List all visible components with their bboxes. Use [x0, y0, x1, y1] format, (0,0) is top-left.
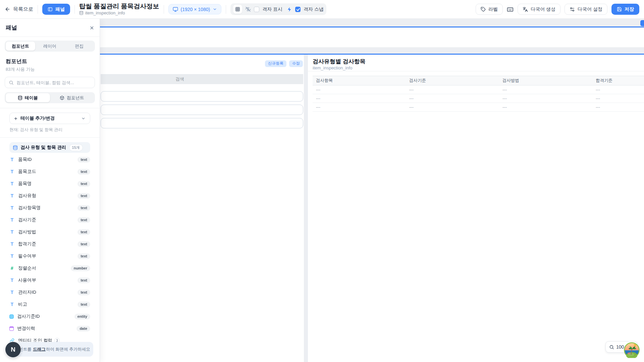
selection-handle[interactable]: [640, 20, 644, 26]
form-action-badges: 신규등록 수정: [265, 60, 303, 67]
island-sticker: [624, 342, 640, 358]
form-input-2[interactable]: [101, 105, 303, 115]
table-group-name: 검사 유형 및 항목 관리: [20, 144, 66, 150]
field-label: 검사방법: [18, 229, 36, 235]
page-subtitle: item_inspection_info: [79, 10, 159, 15]
panel-toggle-button[interactable]: 패널: [42, 4, 70, 15]
field-row[interactable]: 합격기준 text: [9, 238, 90, 250]
field-type-icon: [9, 229, 15, 235]
canvas-panels-row: 신규등록 수정 검색 검사유형별 검사항목 item_inspection_in…: [100, 54, 644, 362]
field-row[interactable]: 정렬순서 number: [9, 262, 90, 274]
table-column-header: 검사방법: [499, 76, 592, 85]
table-cell: ---: [499, 103, 592, 111]
component-search-input[interactable]: [16, 80, 91, 85]
inspection-panel-title: 검사유형별 검사항목: [313, 58, 366, 65]
table-cell: ---: [313, 94, 406, 103]
field-row[interactable]: 필수여부 text: [9, 250, 90, 262]
field-type-badge: text: [77, 290, 90, 295]
keyboard-shortcuts-button[interactable]: [507, 6, 514, 13]
field-label: 검사기준ID: [17, 313, 40, 319]
field-type-icon: [9, 193, 15, 198]
keyboard-icon: [507, 6, 514, 13]
lightning-icon: [287, 7, 292, 12]
save-button[interactable]: 저장: [611, 4, 639, 15]
field-label: 품목명: [18, 181, 32, 187]
components-section-title: 컴포넌트: [6, 58, 94, 65]
eye-off-icon: [245, 6, 251, 12]
add-change-table-button[interactable]: + 테이블 추가/변경: [9, 113, 90, 124]
panel-tab[interactable]: 레이어: [35, 42, 65, 51]
design-canvas: 신규등록 수정 검색 검사유형별 검사항목 item_inspection_in…: [100, 19, 644, 362]
form-search-bar[interactable]: 검색: [101, 74, 303, 84]
field-row[interactable]: 검사유형 text: [9, 190, 90, 202]
grid-snap-checkbox[interactable]: [295, 7, 301, 12]
mode-table-button[interactable]: 테이블: [6, 93, 50, 102]
table-group-header[interactable]: 검사 유형 및 항목 관리 15개: [9, 142, 90, 153]
toolbar-divider: [38, 5, 38, 14]
field-type-badge: number: [71, 265, 90, 271]
label-button[interactable]: 라벨: [476, 4, 503, 15]
i18n-generate-button[interactable]: 다국어 생성: [518, 4, 560, 15]
database-icon: [13, 145, 18, 150]
form-input-1[interactable]: [101, 91, 303, 102]
n-logo-badge[interactable]: N: [5, 342, 21, 357]
grid-icon[interactable]: [233, 5, 242, 14]
field-row[interactable]: 품목코드 text: [9, 166, 90, 178]
field-type-badge: text: [77, 181, 90, 187]
field-type-badge: text: [77, 229, 90, 235]
field-label: 품목ID: [18, 157, 32, 163]
field-label: 검사유형: [18, 193, 36, 199]
field-row[interactable]: 사용여부 text: [9, 274, 90, 286]
magnifier-icon: [609, 345, 614, 350]
arrow-left-icon: [5, 6, 10, 12]
field-row[interactable]: 검사방법 text: [9, 226, 90, 238]
panel-title: 패널: [6, 24, 17, 32]
table-cell: ---: [592, 94, 644, 103]
close-icon[interactable]: ×: [90, 24, 94, 31]
field-row[interactable]: 비고 text: [9, 298, 90, 310]
tag-icon: [481, 7, 486, 12]
field-row[interactable]: 품목명 text: [9, 178, 90, 190]
plus-icon: +: [14, 116, 17, 121]
form-input-3[interactable]: [101, 118, 303, 128]
screen-size-dropdown[interactable]: (644 × 362): [168, 4, 222, 14]
table-cell: ---: [406, 94, 499, 103]
field-type-icon: [9, 217, 15, 223]
canvas-top-section[interactable]: [100, 26, 644, 47]
field-row[interactable]: 검사기준ID entity: [9, 310, 90, 322]
field-row[interactable]: 품목ID text: [9, 154, 90, 166]
table-body: ------------------------------------: [313, 85, 644, 112]
component-search-box: [5, 77, 95, 88]
toolbar-divider: [226, 5, 226, 14]
field-type-badge: text: [77, 157, 90, 163]
mode-component-button[interactable]: 컴포넌트: [50, 93, 94, 102]
field-list: 품목ID text 품목코드 text 품목명 text 검사유: [0, 154, 100, 362]
divider: [0, 108, 100, 108]
table-cell: ---: [313, 85, 406, 94]
panel-tab[interactable]: 편집: [64, 42, 94, 51]
inspection-items-table[interactable]: 검사항목검사기준검사방법합격기준 -----------------------…: [313, 76, 644, 112]
toolbar-divider: [74, 5, 75, 14]
translate-icon: [523, 7, 528, 12]
field-row[interactable]: 변경이력 date: [9, 322, 90, 335]
back-to-list-button[interactable]: 목록으로: [5, 6, 33, 12]
field-type-icon: [9, 302, 15, 307]
field-row[interactable]: 검사기준 text: [9, 214, 90, 226]
table-cell: ---: [499, 94, 592, 103]
panel-header: 패널 ×: [0, 19, 100, 37]
component-panel: 패널 × 컴포넌트레이어편집 컴포넌트 83개 사용 가능 테이블 컴포넌트 +…: [0, 19, 100, 362]
field-type-icon: [9, 241, 15, 247]
grid-show-checkbox[interactable]: [254, 7, 259, 12]
field-row[interactable]: 관리자ID text: [9, 286, 90, 298]
field-row[interactable]: 검사항목명 text: [9, 202, 90, 214]
search-icon: [9, 80, 14, 85]
edit-badge[interactable]: 수정: [289, 60, 303, 67]
field-type-badge: entity: [74, 314, 90, 319]
i18n-settings-button[interactable]: 다국어 설정: [565, 4, 607, 15]
chevron-down-icon: [213, 7, 217, 11]
panel-tab[interactable]: 컴포넌트: [6, 42, 35, 51]
field-type-icon: [9, 326, 14, 331]
field-type-badge: text: [77, 253, 90, 259]
field-label: 비고: [18, 301, 27, 307]
new-register-badge[interactable]: 신규등록: [265, 60, 286, 67]
